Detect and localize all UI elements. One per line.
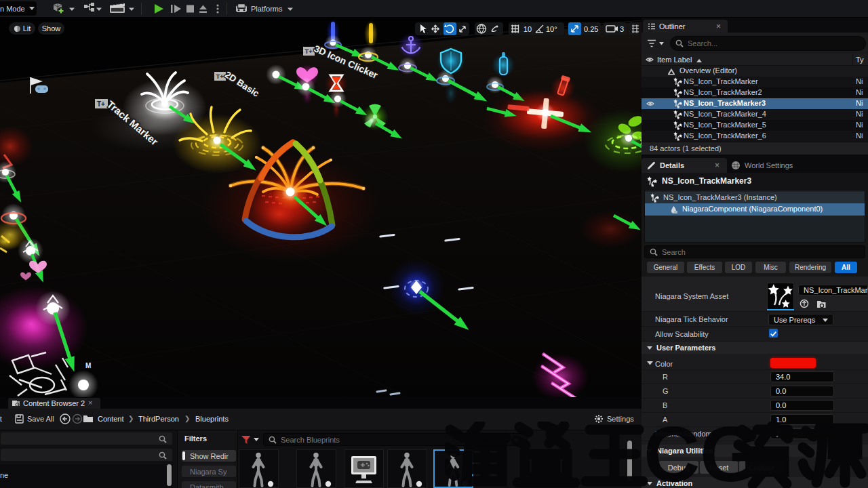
svg-text:0.25: 0.25 <box>584 25 598 33</box>
svg-text:M: M <box>85 362 91 369</box>
svg-text:T+: T+ <box>97 100 105 108</box>
svg-text:10°: 10° <box>546 25 557 33</box>
svg-text:10: 10 <box>524 25 532 33</box>
svg-text:T+: T+ <box>216 73 224 80</box>
svg-text:T+: T+ <box>305 47 313 55</box>
svg-text:Platforms: Platforms <box>251 5 283 13</box>
svg-text:3: 3 <box>620 25 624 33</box>
